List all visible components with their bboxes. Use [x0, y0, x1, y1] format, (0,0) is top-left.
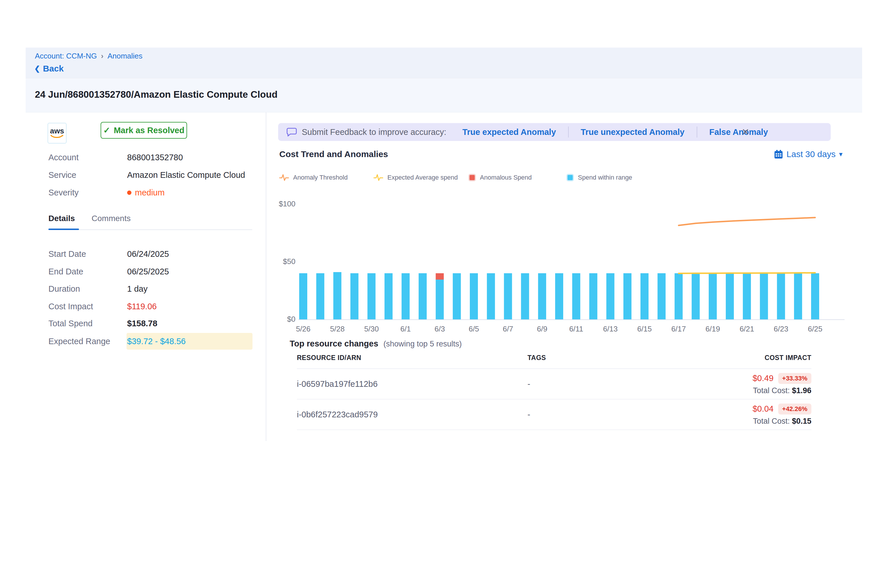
bar-5/28[interactable]: [333, 272, 341, 320]
detail-label-cost-impact: Cost Impact: [48, 302, 93, 311]
breadcrumb-separator-icon: ›: [101, 52, 104, 60]
resource-id: i-06597ba197fe112b6: [297, 380, 528, 389]
legend-swatch-icon: [468, 174, 476, 181]
bar-5/29[interactable]: [351, 273, 358, 320]
line-anomaly-threshold: [678, 218, 815, 225]
summary-label-account: Account: [48, 153, 79, 162]
feedback-option-true-expected[interactable]: True expected Anomaly: [462, 128, 556, 137]
tabs: DetailsComments: [48, 214, 130, 230]
detail-value-duration: 1 day: [127, 284, 148, 294]
feedback-option-false-anomaly[interactable]: False Anomaly: [710, 128, 768, 137]
bar-6/5[interactable]: [470, 273, 478, 320]
mark-as-resolved-button[interactable]: ✓ Mark as Resolved: [100, 122, 187, 139]
bar-6/16[interactable]: [657, 273, 666, 320]
bar-6/9[interactable]: [538, 273, 546, 320]
anomalous-bar-6/3[interactable]: [436, 273, 444, 280]
resource-cost-impact: $0.49+33.33%Total Cost: $1.96: [689, 373, 812, 395]
check-icon: ✓: [103, 125, 110, 135]
bar-6/17[interactable]: [675, 273, 682, 320]
detail-label-start-date: Start Date: [48, 249, 86, 259]
summary-label-service: Service: [48, 170, 76, 180]
x-axis-label: 6/21: [740, 324, 754, 333]
legend-line-icon: [279, 173, 289, 182]
bar-6/23[interactable]: [777, 273, 785, 320]
x-axis-label: 6/7: [502, 324, 513, 333]
bar-6/1[interactable]: [402, 273, 410, 320]
bar-6/14[interactable]: [624, 273, 632, 320]
bar-6/15[interactable]: [640, 273, 648, 320]
x-axis-label: 6/19: [705, 324, 720, 333]
bar-6/4[interactable]: [453, 273, 461, 320]
summary-value-account: 868001352780: [127, 153, 183, 162]
bar-6/24[interactable]: [794, 273, 802, 320]
table-row[interactable]: i-0b6f257223cad9579-$0.04+42.26%Total Co…: [297, 399, 812, 430]
line-expected-average-spend: [678, 273, 815, 273]
col-resource-id: RESOURCE ID/ARN: [297, 354, 528, 368]
anomaly-summary-panel: aws ✓ Mark as Resolved Account8680013527…: [26, 112, 266, 450]
tab-active-indicator: [48, 229, 79, 230]
resource-table-subtitle: (showing top 5 results): [383, 339, 462, 348]
x-axis-label: 6/3: [435, 324, 445, 333]
bar-5/26[interactable]: [299, 273, 307, 320]
impact-line: $0.49+33.33%: [689, 373, 812, 384]
x-axis-label: 6/1: [400, 324, 411, 333]
x-axis-label: 5/30: [364, 324, 379, 333]
resource-table-title-row: Top resource changes (showing top 5 resu…: [290, 339, 462, 348]
back-button[interactable]: ❮ Back: [34, 64, 64, 74]
impact-total-line: Total Cost: $0.15: [689, 417, 812, 426]
cost-trend-chart[interactable]: $0$50$1005/265/285/306/16/36/56/76/96/11…: [278, 196, 848, 340]
bar-6/19[interactable]: [709, 273, 717, 320]
y-axis-label: $50: [283, 257, 296, 266]
tab-comments[interactable]: Comments: [92, 214, 130, 230]
resource-id: i-0b6f257223cad9579: [297, 410, 528, 419]
bar-6/7[interactable]: [504, 273, 512, 320]
impact-total-value: $0.15: [792, 417, 812, 425]
tab-details[interactable]: Details: [48, 214, 75, 230]
bar-6/3[interactable]: [436, 280, 444, 320]
table-row[interactable]: i-06597ba197fe112b6-$0.49+33.33%Total Co…: [297, 369, 812, 399]
bar-6/10[interactable]: [555, 273, 563, 320]
legend-label: Anomalous Spend: [480, 174, 532, 181]
aws-logo: aws: [48, 123, 67, 144]
date-range-selector[interactable]: Last 30 days ▾: [774, 149, 843, 159]
detail-value-end-date: 06/25/2025: [127, 267, 169, 276]
resource-tags: -: [528, 410, 689, 419]
legend-label: Anomaly Threshold: [293, 174, 348, 181]
feedback-close-icon[interactable]: ✕: [742, 126, 749, 138]
bar-6/22[interactable]: [760, 273, 768, 320]
col-cost-impact: COST IMPACT: [689, 354, 812, 368]
legend-item-anomalous-spend: Anomalous Spend: [468, 172, 532, 183]
bar-6/13[interactable]: [606, 273, 615, 320]
summary-label-severity: Severity: [48, 188, 79, 198]
aws-logo-text: aws: [50, 127, 64, 135]
breadcrumb-anomalies-link[interactable]: Anomalies: [108, 52, 142, 60]
bar-6/6[interactable]: [487, 273, 495, 320]
legend-line-icon: [374, 173, 383, 182]
resource-table-header: RESOURCE ID/ARN TAGS COST IMPACT: [297, 354, 812, 369]
page-title: 24 Jun/868001352780/Amazon Elastic Compu…: [35, 89, 278, 100]
bar-6/25[interactable]: [811, 273, 819, 320]
summary-value-service: Amazon Elastic Compute Cloud: [127, 170, 245, 180]
bar-6/11[interactable]: [572, 273, 580, 320]
x-axis-label: 6/25: [808, 324, 823, 333]
breadcrumb-account-link[interactable]: Account: CCM-NG: [35, 52, 97, 60]
bar-6/12[interactable]: [589, 273, 597, 320]
feedback-option-true-unexpected[interactable]: True unexpected Anomaly: [581, 128, 684, 137]
bar-6/20[interactable]: [726, 273, 734, 320]
bar-5/31[interactable]: [384, 273, 393, 320]
breadcrumb: Account: CCM-NG › Anomalies: [35, 52, 142, 60]
bar-6/21[interactable]: [743, 273, 751, 320]
detail-value-expected-range: $39.72 - $48.56: [127, 337, 186, 346]
x-axis-label: 6/11: [569, 324, 584, 333]
bar-6/18[interactable]: [692, 273, 700, 320]
bar-5/30[interactable]: [368, 273, 376, 320]
bar-5/27[interactable]: [316, 273, 324, 320]
x-axis-label: 5/28: [330, 324, 345, 333]
x-axis-label: 5/26: [296, 324, 311, 333]
bar-6/2[interactable]: [418, 273, 427, 320]
anomaly-detail-panel: Submit Feedback to improve accuracy: Tru…: [278, 112, 848, 450]
y-axis-label: $100: [279, 200, 296, 208]
detail-label-end-date: End Date: [48, 267, 83, 276]
bar-6/8[interactable]: [521, 273, 529, 320]
impact-line: $0.04+42.26%: [689, 404, 812, 414]
